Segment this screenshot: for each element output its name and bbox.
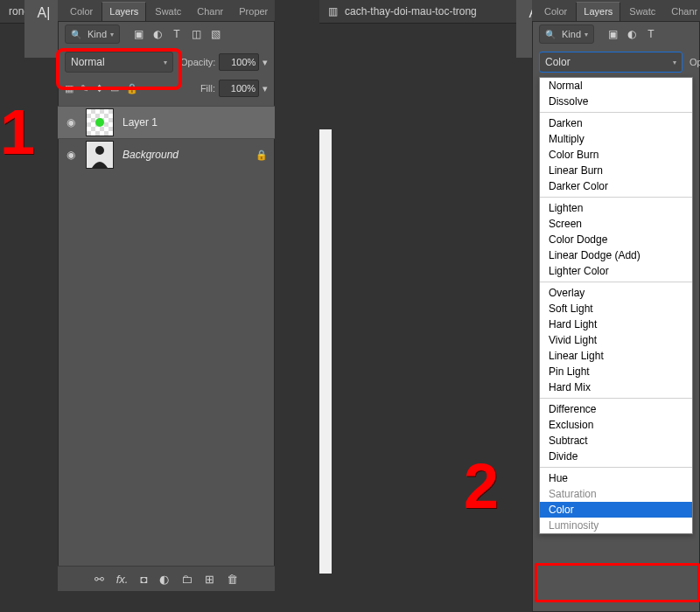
blend-mode-dropdown-right[interactable]: Color ▾ bbox=[539, 52, 682, 73]
filter-adjust-icon[interactable]: ◐ bbox=[626, 28, 638, 40]
doc-tab-right-label: cach-thay-doi-mau-toc-trong bbox=[345, 5, 477, 17]
menu-separator bbox=[540, 197, 692, 198]
lock-icon[interactable]: 🔒 bbox=[256, 150, 268, 161]
opacity-control[interactable]: Opacity: 100% ▾ bbox=[180, 53, 268, 71]
menu-separator bbox=[540, 467, 692, 468]
blend-option[interactable]: Saturation bbox=[540, 486, 692, 502]
tab-color[interactable]: Color bbox=[63, 3, 100, 21]
step-number-1: 1 bbox=[0, 96, 35, 168]
layer-row[interactable]: ◉ Layer 1 bbox=[58, 106, 275, 138]
chevron-down-icon: ▾ bbox=[164, 59, 167, 66]
type-tool-icon[interactable]: A| bbox=[38, 5, 51, 21]
blend-option[interactable]: Multiply bbox=[540, 131, 692, 147]
blend-option[interactable]: Divide bbox=[540, 449, 692, 464]
new-layer-icon[interactable]: ⊞ bbox=[205, 573, 214, 586]
chevron-down-icon[interactable]: ▾ bbox=[262, 57, 268, 68]
mask-icon[interactable]: ◘ bbox=[140, 573, 147, 586]
blend-option[interactable]: Lighten bbox=[540, 200, 692, 216]
blend-option[interactable]: Subtract bbox=[540, 433, 692, 449]
blend-option[interactable]: Hard Mix bbox=[540, 379, 692, 395]
menu-separator bbox=[540, 112, 692, 113]
blend-option[interactable]: Color Burn bbox=[540, 147, 692, 163]
tab-swatches[interactable]: Swatc bbox=[148, 3, 188, 21]
filter-type-icon[interactable]: T bbox=[645, 28, 657, 40]
lock-all-icon[interactable]: 🔒 bbox=[126, 83, 138, 94]
blend-option[interactable]: Screen bbox=[540, 216, 692, 232]
blend-option[interactable]: Hue bbox=[540, 470, 692, 486]
group-icon[interactable]: 🗀 bbox=[181, 573, 192, 586]
fill-value[interactable]: 100% bbox=[219, 80, 259, 97]
opacity-value[interactable]: 100% bbox=[219, 53, 259, 71]
layer-name[interactable]: Background bbox=[122, 149, 178, 161]
visibility-icon[interactable]: ◉ bbox=[65, 116, 77, 129]
blend-option[interactable]: Darken bbox=[540, 115, 692, 131]
kind-filter-dropdown[interactable]: Kind ▾ bbox=[65, 24, 120, 44]
blend-mode-dropdown-left[interactable]: Normal ▾ bbox=[65, 52, 173, 73]
blend-option[interactable]: Dissolve bbox=[540, 94, 692, 109]
panel-tabs-left: Color Layers Swatc Chanr Proper bbox=[58, 0, 275, 22]
layer-row[interactable]: ◉ Background 🔒 bbox=[58, 138, 275, 170]
step-number-2: 2 bbox=[464, 450, 499, 522]
opacity-label: Opacity: bbox=[180, 57, 215, 67]
kind-label: Kind bbox=[562, 29, 581, 39]
tab-layers[interactable]: Layers bbox=[576, 2, 620, 21]
adjustment-icon[interactable]: ◐ bbox=[159, 573, 169, 586]
blend-option[interactable]: Pin Light bbox=[540, 364, 692, 379]
chevron-down-icon: ▾ bbox=[673, 59, 676, 66]
kind-filter-row-right: Kind ▾ ▣ ◐ T bbox=[532, 22, 700, 46]
blend-option[interactable]: Luminosity bbox=[540, 518, 692, 533]
lock-trans-icon[interactable]: ▦ bbox=[65, 83, 74, 94]
tab-properties[interactable]: Proper bbox=[232, 3, 275, 21]
tab-channels[interactable]: Chanr bbox=[664, 3, 700, 21]
blend-option[interactable]: Darker Color bbox=[540, 178, 692, 194]
lock-artboard-icon[interactable]: ▭ bbox=[110, 83, 119, 94]
layer-thumbnail[interactable] bbox=[86, 141, 114, 169]
fx-icon[interactable]: fx. bbox=[116, 573, 129, 586]
menu-separator bbox=[540, 398, 692, 399]
lock-row: ▦ ✎ ✥ ▭ 🔒 Fill: 100% ▾ bbox=[58, 78, 275, 102]
layers-panel-left: Color Layers Swatc Chanr Proper Kind ▾ ▣… bbox=[58, 0, 275, 591]
trash-icon[interactable]: 🗑 bbox=[227, 573, 238, 586]
tab-swatches[interactable]: Swatc bbox=[622, 3, 662, 21]
layer-thumbnail[interactable] bbox=[86, 108, 114, 136]
blend-option-selected[interactable]: Color bbox=[540, 502, 692, 518]
blend-option[interactable]: Exclusion bbox=[540, 417, 692, 433]
blend-option[interactable]: Linear Burn bbox=[540, 163, 692, 178]
blend-option[interactable]: Linear Light bbox=[540, 348, 692, 364]
filter-type-icon[interactable]: T bbox=[171, 28, 183, 40]
menu-separator bbox=[540, 282, 692, 282]
layers-panel-footer: ⚯ fx. ◘ ◐ 🗀 ⊞ 🗑 bbox=[58, 566, 275, 591]
blend-row-right: Color ▾ Opac bbox=[532, 46, 700, 73]
tab-channels[interactable]: Chanr bbox=[190, 3, 230, 21]
blend-option[interactable]: Linear Dodge (Add) bbox=[540, 247, 692, 263]
blend-option[interactable]: Hard Light bbox=[540, 316, 692, 332]
filter-smart-icon[interactable]: ▧ bbox=[209, 28, 221, 40]
blend-option[interactable]: Color Dodge bbox=[540, 232, 692, 247]
lock-paint-icon[interactable]: ✎ bbox=[80, 83, 88, 94]
lock-pos-icon[interactable]: ✥ bbox=[95, 83, 103, 94]
visibility-icon[interactable]: ◉ bbox=[65, 149, 77, 161]
opacity-control-right[interactable]: Opac bbox=[690, 57, 700, 67]
fill-control[interactable]: Fill: 100% ▾ bbox=[200, 80, 268, 97]
kind-label: Kind bbox=[88, 29, 107, 39]
chevron-down-icon[interactable]: ▾ bbox=[262, 83, 268, 94]
link-layers-icon[interactable]: ⚯ bbox=[94, 573, 104, 586]
blend-option[interactable]: Vivid Light bbox=[540, 332, 692, 348]
filter-shape-icon[interactable]: ◫ bbox=[190, 28, 202, 40]
kind-filter-dropdown[interactable]: Kind ▾ bbox=[539, 24, 594, 44]
blend-mode-list[interactable]: Normal Dissolve Darken Multiply Color Bu… bbox=[539, 77, 693, 534]
blend-option[interactable]: Difference bbox=[540, 401, 692, 417]
filter-pixel-icon[interactable]: ▣ bbox=[132, 28, 144, 40]
blend-option[interactable]: Lighter Color bbox=[540, 263, 692, 279]
blend-option[interactable]: Soft Light bbox=[540, 301, 692, 316]
tab-color[interactable]: Color bbox=[537, 3, 574, 21]
filter-adjust-icon[interactable]: ◐ bbox=[151, 28, 164, 40]
layer-name[interactable]: Layer 1 bbox=[122, 116, 158, 129]
canvas-edge bbox=[319, 129, 332, 574]
doc-tab-right[interactable]: ▥ cach-thay-doi-mau-toc-trong bbox=[319, 0, 528, 24]
blend-option[interactable]: Overlay bbox=[540, 285, 692, 301]
tab-layers[interactable]: Layers bbox=[102, 2, 146, 21]
blend-option[interactable]: Normal bbox=[540, 78, 692, 94]
filter-pixel-icon[interactable]: ▣ bbox=[606, 28, 619, 40]
layer-list: ◉ Layer 1 ◉ Background 🔒 bbox=[58, 102, 275, 170]
